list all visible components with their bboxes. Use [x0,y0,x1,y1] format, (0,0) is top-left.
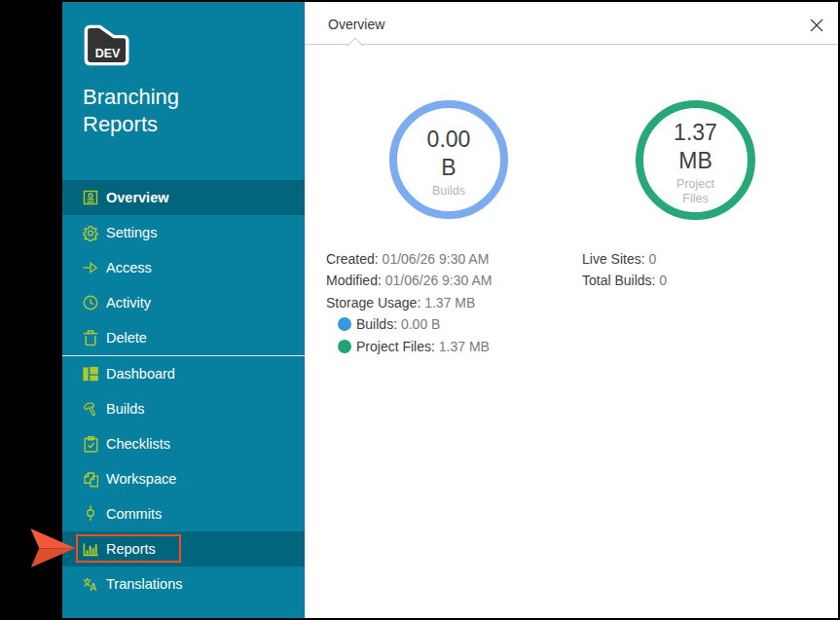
svg-text:DEV: DEV [95,47,121,60]
svg-text:A: A [90,582,97,593]
